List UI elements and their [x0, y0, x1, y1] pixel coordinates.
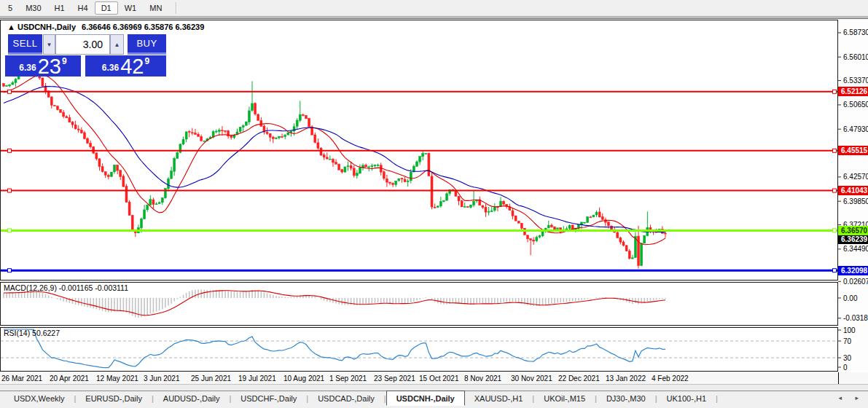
date-axis-label: 4 Feb 2022 [652, 374, 689, 382]
tab-ukoil-m15[interactable]: UKOil-,M15 [534, 391, 595, 406]
price-line-badge: 6.52126 [838, 87, 868, 96]
date-axis-label: 26 Mar 2021 [1, 374, 42, 382]
tab-dj30-m30[interactable]: DJ30-,M30 [597, 391, 655, 406]
date-axis-label: 8 Nov 2021 [464, 374, 501, 382]
axis-divider [838, 372, 839, 384]
lot-increase-button[interactable]: ▲ [110, 34, 124, 55]
lot-size-input[interactable]: 3.00 [55, 34, 110, 55]
price-line-badge: 6.36570 [838, 226, 868, 235]
price-line-badge: 6.32098 [838, 266, 868, 275]
symbol-tab-bar: USDX,Weekly|EURUSD-,Daily|AUDUSD-,Daily|… [0, 391, 868, 406]
tab-usdcnh-daily[interactable]: USDCNH-,Daily [386, 391, 465, 406]
price-tick-label: 6.56010 [843, 53, 868, 61]
lot-decrease-button[interactable]: ▼ [43, 34, 55, 55]
buy-price-pip: 9 [144, 56, 149, 66]
price-line-badge: 6.41043 [838, 186, 868, 195]
rsi-tick-label: 30 [843, 354, 851, 362]
date-axis-label: 25 Jun 2021 [191, 374, 231, 382]
date-axis-label: 15 Oct 2021 [419, 374, 458, 382]
date-axis-label: 23 Sep 2021 [374, 374, 415, 382]
date-axis-label: 20 Apr 2021 [50, 374, 89, 382]
price-tick-label: 6.53370 [843, 76, 868, 85]
macd-header: MACD(12,26,9) -0.001165 -0.003111 [4, 283, 128, 292]
tab-xauusd-h1[interactable]: XAUUSD-,H1 [465, 391, 533, 406]
price-tick-label: 6.34490 [843, 245, 868, 253]
date-axis-label: 13 Jan 2022 [606, 374, 646, 382]
trading-terminal: 5M30H1H4D1W1MN ▲ USDCNH-,Daily6.36646 6.… [0, 0, 868, 408]
sell-price-pip: 9 [62, 56, 67, 66]
tab-usdchf-daily[interactable]: USDCHF-,Daily [231, 391, 306, 406]
rsi-header: RSI(14) 50.6227 [4, 329, 60, 337]
current-price-badge: 6.36239 [838, 235, 868, 244]
timeframe-button-m30[interactable]: M30 [19, 1, 47, 15]
sell-price-main: 23 [38, 57, 61, 76]
date-axis-label: 22 Dec 2021 [558, 374, 600, 382]
price-line-badge: 6.45515 [838, 146, 868, 155]
buy-price-main: 42 [120, 57, 144, 76]
timeframe-button-5[interactable]: 5 [1, 1, 19, 15]
chart-ohlc-values: 6.36646 6.36969 6.35876 6.36239 [82, 23, 204, 31]
tab-uk100-h1[interactable]: UK100-,H1 [657, 391, 716, 406]
macd-tick-label: -0.03187 [843, 314, 868, 322]
date-axis-label: 19 Jul 2021 [238, 374, 276, 382]
timeframe-toolbar: 5M30H1H4D1W1MN [0, 0, 868, 17]
window-border [0, 17, 868, 19]
price-tick-label: 6.50650 [843, 101, 868, 109]
timeframe-button-d1[interactable]: D1 [95, 1, 118, 15]
date-axis-label: 30 Nov 2021 [511, 374, 552, 382]
timeframe-button-w1[interactable]: W1 [118, 1, 144, 15]
price-tick-label: 6.58730 [843, 28, 868, 36]
date-axis-label: 12 May 2021 [96, 374, 138, 382]
buy-price-box[interactable]: 6.36 42 9 [85, 55, 166, 76]
tab-divider: | [716, 391, 718, 406]
date-axis-label: 10 Aug 2021 [284, 374, 324, 382]
collapse-chart-icon[interactable]: ▲ [7, 23, 15, 31]
rsi-tick-label: 70 [843, 337, 851, 345]
price-tick-label: 6.39850 [843, 197, 868, 205]
sell-price-box[interactable]: 6.36 23 9 [5, 55, 81, 76]
macd-tick-label: 0.02607 [843, 278, 868, 286]
tab-eurusd-daily[interactable]: EURUSD-,Daily [76, 391, 152, 406]
price-tick-label: 6.47930 [843, 125, 868, 133]
tab-usdx-weekly[interactable]: USDX,Weekly [4, 391, 74, 406]
horizontal-scrollbar[interactable] [0, 384, 868, 390]
price-tick-label: 6.42570 [843, 173, 868, 181]
tab-scroll-arrows[interactable]: ◂ ▸ [838, 394, 864, 401]
date-axis-label: 1 Sep 2021 [329, 374, 367, 382]
tab-usdcad-daily[interactable]: USDCAD-,Daily [308, 391, 384, 406]
sell-button[interactable]: SELL [8, 34, 42, 55]
timeframe-button-h4[interactable]: H4 [71, 1, 95, 15]
timeframe-button-h1[interactable]: H1 [48, 1, 71, 15]
buy-price-prefix: 6.36 [102, 63, 119, 73]
timeframe-button-mn[interactable]: MN [143, 1, 168, 15]
date-axis-label: 3 Jun 2021 [144, 374, 180, 382]
tab-audusd-daily[interactable]: AUDUSD-,Daily [154, 391, 230, 406]
sell-price-prefix: 6.36 [19, 63, 36, 73]
toolbar-separator [176, 2, 177, 14]
buy-button[interactable]: BUY [128, 34, 166, 55]
macd-tick-label: 0.00 [843, 294, 857, 302]
rsi-panel[interactable] [0, 327, 838, 372]
chart-symbol-label: USDCNH-,Daily [17, 23, 76, 31]
rsi-tick-label: 0 [843, 364, 848, 372]
rsi-tick-label: 100 [843, 326, 856, 334]
chart-title: ▲ USDCNH-,Daily6.36646 6.36969 6.35876 6… [7, 23, 204, 31]
